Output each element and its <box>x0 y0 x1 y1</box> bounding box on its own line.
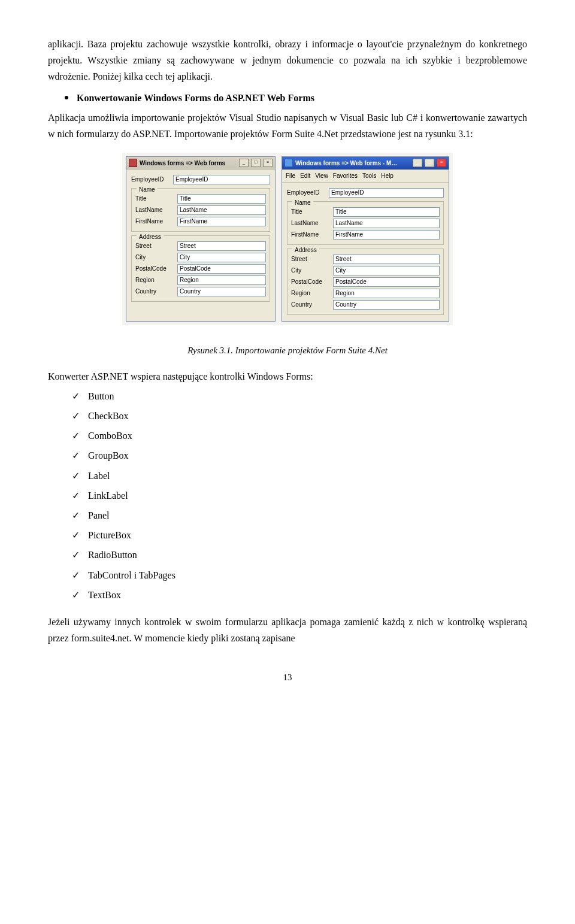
input-title[interactable]: Title <box>177 194 266 204</box>
menu-file[interactable]: File <box>286 171 295 181</box>
list-item: ✓CheckBox <box>72 408 527 424</box>
check-icon: ✓ <box>72 388 80 404</box>
maximize-button[interactable]: □ <box>425 159 434 167</box>
list-item-label: RadioButton <box>88 547 137 563</box>
winforms-titlebar: Windows forms => Web forms _ □ × <box>126 157 275 169</box>
input-country[interactable]: Country <box>177 287 266 296</box>
check-icon: ✓ <box>72 527 80 543</box>
input-postalcode[interactable]: PostalCode <box>333 277 440 287</box>
label-title: Title <box>135 193 174 204</box>
label-street: Street <box>291 254 329 264</box>
form-row-employeeid: EmployeeID EmployeeID <box>287 187 444 198</box>
close-button[interactable]: × <box>263 159 273 167</box>
label-region: Region <box>135 275 174 285</box>
menu-edit[interactable]: Edit <box>300 171 310 181</box>
list-item-label: Button <box>88 388 114 404</box>
list-item: ✓ComboBox <box>72 428 527 444</box>
menu-help[interactable]: Help <box>381 171 394 181</box>
bullet-feature: Konwertowanie Windows Forms do ASP.NET W… <box>65 90 527 106</box>
list-item: ✓GroupBox <box>72 447 527 463</box>
list-item: ✓RadioButton <box>72 547 527 563</box>
group-name-title: Name <box>292 198 313 208</box>
paragraph-3: Konwerter ASP.NET wspiera następujące ko… <box>48 368 527 384</box>
label-postalcode: PostalCode <box>291 277 329 287</box>
label-region: Region <box>291 288 329 298</box>
list-item-label: ComboBox <box>88 428 132 444</box>
label-firstname: FirstName <box>291 229 329 240</box>
input-title[interactable]: Title <box>333 207 440 217</box>
close-button[interactable]: × <box>437 159 446 167</box>
browser-menubar: File Edit View Favorites Tools Help <box>282 169 449 183</box>
check-icon: ✓ <box>72 408 80 424</box>
label-lastname: LastName <box>291 218 329 228</box>
list-item: ✓Panel <box>72 507 527 523</box>
label-title: Title <box>291 207 329 217</box>
input-city[interactable]: City <box>177 253 266 262</box>
webforms-title: Windows forms => Web forms - M… <box>295 158 410 168</box>
list-item: ✓Button <box>72 388 527 404</box>
check-icon: ✓ <box>72 468 80 484</box>
input-region[interactable]: Region <box>333 289 440 298</box>
input-lastname[interactable]: LastName <box>177 205 266 215</box>
input-lastname[interactable]: LastName <box>333 219 440 228</box>
list-item: ✓PictureBox <box>72 527 527 543</box>
menu-favorites[interactable]: Favorites <box>333 171 358 181</box>
input-employeeid[interactable]: EmployeeID <box>173 175 270 184</box>
list-item-label: Panel <box>88 507 110 523</box>
ie-icon <box>285 159 293 167</box>
label-country: Country <box>291 299 329 310</box>
list-item-label: PictureBox <box>88 527 131 543</box>
group-address-title: Address <box>137 232 164 242</box>
label-country: Country <box>135 286 174 296</box>
minimize-button[interactable]: _ <box>239 159 249 167</box>
winforms-title: Windows forms => Web forms <box>140 158 237 168</box>
page-number: 13 <box>48 670 527 686</box>
input-firstname[interactable]: FirstName <box>333 230 440 240</box>
label-city: City <box>291 265 329 275</box>
label-city: City <box>135 252 174 262</box>
webforms-titlebar: Windows forms => Web forms - M… _ □ × <box>282 157 449 169</box>
check-icon: ✓ <box>72 428 80 444</box>
group-name-title: Name <box>137 184 158 195</box>
list-item-label: TabControl i TabPages <box>88 567 175 583</box>
label-employeeid: EmployeeID <box>131 174 170 184</box>
label-employeeid: EmployeeID <box>287 187 325 198</box>
label-street: Street <box>135 241 174 251</box>
bullet-dot-icon <box>65 96 68 99</box>
menu-tools[interactable]: Tools <box>362 171 376 181</box>
minimize-button[interactable]: _ <box>413 159 422 167</box>
input-employeeid[interactable]: EmployeeID <box>329 188 444 198</box>
app-icon <box>129 159 137 167</box>
paragraph-4: Jeżeli używamy innych kontrolek w swoim … <box>48 614 527 646</box>
check-icon: ✓ <box>72 507 80 523</box>
form-row-employeeid: EmployeeID EmployeeID <box>131 174 270 184</box>
input-country[interactable]: Country <box>333 300 440 310</box>
input-street[interactable]: Street <box>177 241 266 251</box>
group-name: Name TitleTitle LastNameLastName FirstNa… <box>131 188 270 232</box>
list-item: ✓Label <box>72 468 527 484</box>
input-street[interactable]: Street <box>333 255 440 264</box>
maximize-button[interactable]: □ <box>251 159 261 167</box>
group-address-title: Address <box>292 245 319 255</box>
group-address: Address StreetStreet CityCity PostalCode… <box>287 249 444 315</box>
input-firstname[interactable]: FirstName <box>177 217 266 226</box>
bullet-feature-text: Konwertowanie Windows Forms do ASP.NET W… <box>77 90 314 106</box>
list-item: ✓TextBox <box>72 587 527 603</box>
figure-caption: Rysunek 3.1. Importowanie projektów Form… <box>48 343 527 359</box>
list-item: ✓TabControl i TabPages <box>72 567 527 583</box>
check-icon: ✓ <box>72 547 80 563</box>
input-region[interactable]: Region <box>177 275 266 285</box>
input-city[interactable]: City <box>333 266 440 275</box>
list-item-label: GroupBox <box>88 447 129 463</box>
list-item-label: TextBox <box>88 587 121 603</box>
input-postalcode[interactable]: PostalCode <box>177 264 266 274</box>
group-address: Address StreetStreet CityCity PostalCode… <box>131 235 270 302</box>
menu-view[interactable]: View <box>315 171 328 181</box>
label-postalcode: PostalCode <box>135 263 174 274</box>
check-icon: ✓ <box>72 587 80 603</box>
check-icon: ✓ <box>72 487 80 504</box>
list-item: ✓LinkLabel <box>72 487 527 504</box>
paragraph-2: Aplikacja umożliwia importowanie projekt… <box>48 110 527 142</box>
group-name: Name TitleTitle LastNameLastName FirstNa… <box>287 201 444 245</box>
paragraph-1: aplikacji. Baza projektu zachowuje wszys… <box>48 36 527 85</box>
